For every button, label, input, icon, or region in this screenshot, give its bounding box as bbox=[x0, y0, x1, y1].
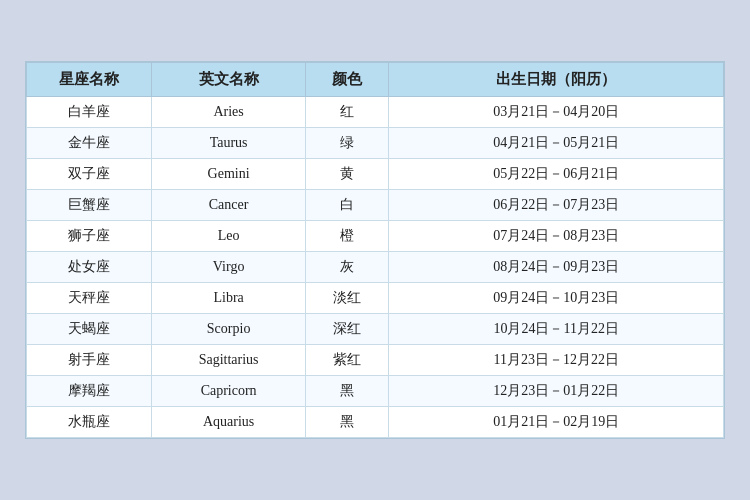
cell-color: 黑 bbox=[305, 376, 389, 407]
table-header-row: 星座名称 英文名称 颜色 出生日期（阳历） bbox=[27, 63, 724, 97]
cell-color: 黑 bbox=[305, 407, 389, 438]
table-row: 水瓶座Aquarius黑01月21日－02月19日 bbox=[27, 407, 724, 438]
cell-color: 紫红 bbox=[305, 345, 389, 376]
cell-chinese: 天秤座 bbox=[27, 283, 152, 314]
cell-chinese: 天蝎座 bbox=[27, 314, 152, 345]
cell-english: Taurus bbox=[152, 128, 305, 159]
cell-english: Sagittarius bbox=[152, 345, 305, 376]
table-row: 白羊座Aries红03月21日－04月20日 bbox=[27, 97, 724, 128]
cell-date: 04月21日－05月21日 bbox=[389, 128, 724, 159]
cell-date: 06月22日－07月23日 bbox=[389, 190, 724, 221]
cell-date: 07月24日－08月23日 bbox=[389, 221, 724, 252]
table-row: 天秤座Libra淡红09月24日－10月23日 bbox=[27, 283, 724, 314]
header-english: 英文名称 bbox=[152, 63, 305, 97]
cell-chinese: 金牛座 bbox=[27, 128, 152, 159]
table-body: 白羊座Aries红03月21日－04月20日金牛座Taurus绿04月21日－0… bbox=[27, 97, 724, 438]
cell-chinese: 双子座 bbox=[27, 159, 152, 190]
cell-chinese: 水瓶座 bbox=[27, 407, 152, 438]
cell-english: Aquarius bbox=[152, 407, 305, 438]
cell-color: 黄 bbox=[305, 159, 389, 190]
cell-english: Libra bbox=[152, 283, 305, 314]
table-row: 狮子座Leo橙07月24日－08月23日 bbox=[27, 221, 724, 252]
cell-english: Virgo bbox=[152, 252, 305, 283]
zodiac-table-wrapper: 星座名称 英文名称 颜色 出生日期（阳历） 白羊座Aries红03月21日－04… bbox=[25, 61, 725, 439]
cell-chinese: 巨蟹座 bbox=[27, 190, 152, 221]
cell-chinese: 处女座 bbox=[27, 252, 152, 283]
table-row: 射手座Sagittarius紫红11月23日－12月22日 bbox=[27, 345, 724, 376]
cell-english: Leo bbox=[152, 221, 305, 252]
cell-color: 红 bbox=[305, 97, 389, 128]
cell-date: 03月21日－04月20日 bbox=[389, 97, 724, 128]
header-date: 出生日期（阳历） bbox=[389, 63, 724, 97]
header-color: 颜色 bbox=[305, 63, 389, 97]
cell-date: 09月24日－10月23日 bbox=[389, 283, 724, 314]
table-row: 天蝎座Scorpio深红10月24日－11月22日 bbox=[27, 314, 724, 345]
table-row: 摩羯座Capricorn黑12月23日－01月22日 bbox=[27, 376, 724, 407]
cell-date: 01月21日－02月19日 bbox=[389, 407, 724, 438]
cell-date: 05月22日－06月21日 bbox=[389, 159, 724, 190]
header-chinese: 星座名称 bbox=[27, 63, 152, 97]
cell-color: 橙 bbox=[305, 221, 389, 252]
cell-chinese: 白羊座 bbox=[27, 97, 152, 128]
cell-color: 白 bbox=[305, 190, 389, 221]
table-row: 金牛座Taurus绿04月21日－05月21日 bbox=[27, 128, 724, 159]
cell-date: 11月23日－12月22日 bbox=[389, 345, 724, 376]
table-row: 处女座Virgo灰08月24日－09月23日 bbox=[27, 252, 724, 283]
table-row: 巨蟹座Cancer白06月22日－07月23日 bbox=[27, 190, 724, 221]
cell-date: 08月24日－09月23日 bbox=[389, 252, 724, 283]
cell-chinese: 射手座 bbox=[27, 345, 152, 376]
cell-color: 深红 bbox=[305, 314, 389, 345]
cell-color: 绿 bbox=[305, 128, 389, 159]
cell-english: Scorpio bbox=[152, 314, 305, 345]
cell-english: Capricorn bbox=[152, 376, 305, 407]
cell-english: Aries bbox=[152, 97, 305, 128]
cell-date: 12月23日－01月22日 bbox=[389, 376, 724, 407]
cell-chinese: 摩羯座 bbox=[27, 376, 152, 407]
cell-color: 淡红 bbox=[305, 283, 389, 314]
cell-date: 10月24日－11月22日 bbox=[389, 314, 724, 345]
cell-color: 灰 bbox=[305, 252, 389, 283]
cell-chinese: 狮子座 bbox=[27, 221, 152, 252]
cell-english: Cancer bbox=[152, 190, 305, 221]
zodiac-table: 星座名称 英文名称 颜色 出生日期（阳历） 白羊座Aries红03月21日－04… bbox=[26, 62, 724, 438]
table-row: 双子座Gemini黄05月22日－06月21日 bbox=[27, 159, 724, 190]
cell-english: Gemini bbox=[152, 159, 305, 190]
